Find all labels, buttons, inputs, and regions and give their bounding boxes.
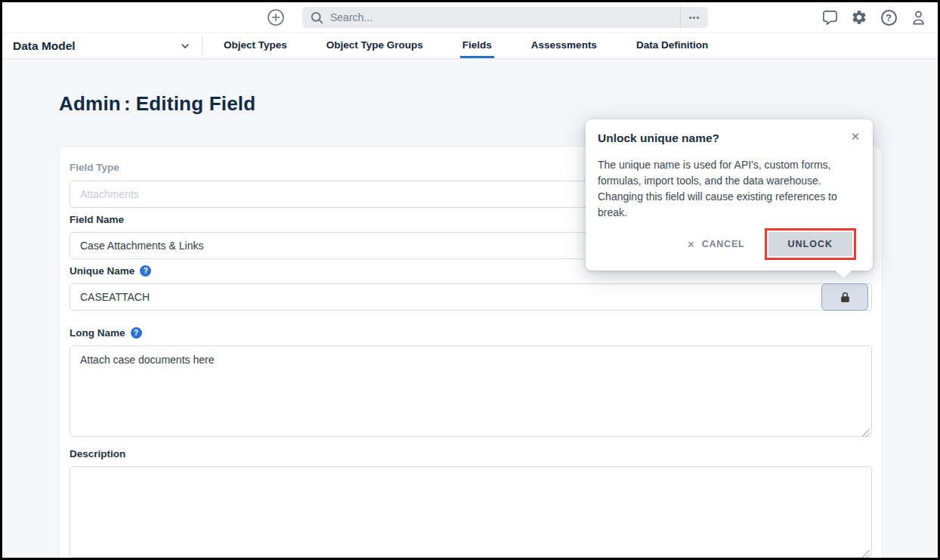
long-name-textarea[interactable]: Attach case documents here (70, 345, 872, 437)
popover-body-text: The unique name is used for API's, custo… (598, 157, 861, 221)
search-bar[interactable]: ••• (302, 7, 708, 28)
tab-assessments[interactable]: Assessments (529, 33, 599, 58)
annotation-highlight-box: UNLOCK (765, 228, 856, 260)
help-button[interactable]: ? (880, 9, 897, 26)
tab-fields[interactable]: Fields (460, 33, 494, 58)
top-bar: ••• ? (2, 2, 938, 33)
popover-title: Unlock unique name? (598, 131, 861, 145)
unique-name-input[interactable] (70, 283, 872, 311)
unlock-popover: Unlock unique name? ✕ The unique name is… (586, 119, 873, 271)
user-icon (910, 9, 927, 26)
cancel-button[interactable]: ✕ CANCEL (687, 239, 745, 250)
page-title-suffix: Editing Field (136, 92, 256, 115)
module-selector-dropdown[interactable]: Data Model (2, 33, 202, 58)
chat-button[interactable] (821, 9, 838, 26)
unlock-button[interactable]: UNLOCK (768, 232, 852, 256)
search-input[interactable] (324, 11, 680, 23)
user-profile-button[interactable] (910, 9, 926, 26)
tab-object-types[interactable]: Object Types (221, 33, 289, 58)
question-circle-icon: ? (881, 10, 897, 26)
description-textarea-wrap (70, 466, 872, 560)
popover-footer: ✕ CANCEL UNLOCK (687, 228, 856, 260)
close-icon[interactable]: ✕ (847, 128, 864, 145)
long-name-textarea-wrap: Attach case documents here (70, 345, 872, 440)
topbar-icon-group: ? (821, 9, 926, 26)
unique-name-help-icon[interactable]: ? (140, 265, 151, 277)
description-label: Description (70, 448, 872, 459)
description-group: Description (70, 448, 872, 560)
add-button[interactable] (267, 8, 285, 26)
long-name-help-icon[interactable]: ? (131, 327, 142, 339)
unique-name-label-text: Unique Name (70, 265, 135, 277)
app-window: ••• ? (0, 0, 940, 560)
tab-object-type-groups[interactable]: Object Type Groups (324, 33, 425, 58)
unique-name-group: Unique Name ? (70, 265, 872, 311)
tab-bar: Object Types Object Type Groups Fields A… (221, 33, 710, 58)
unique-name-row (70, 283, 872, 311)
unlock-field-button[interactable] (821, 283, 868, 311)
search-options-button[interactable]: ••• (681, 7, 708, 28)
cancel-button-label: CANCEL (702, 239, 745, 249)
page-title: Admin:Editing Field (59, 92, 938, 116)
settings-button[interactable] (851, 9, 867, 26)
tab-data-definition[interactable]: Data Definition (634, 33, 710, 58)
search-icon (310, 11, 324, 25)
gear-icon (851, 9, 867, 26)
chat-bubble-icon (821, 9, 839, 26)
page-title-prefix: Admin (59, 92, 121, 115)
page-title-separator: : (124, 92, 131, 115)
module-nav: Data Model Object Types Object Type Grou… (2, 33, 938, 59)
long-name-label-text: Long Name (70, 327, 125, 339)
description-textarea[interactable] (70, 466, 872, 558)
lock-icon (839, 291, 852, 304)
long-name-label: Long Name ? (70, 327, 872, 339)
module-label: Data Model (13, 39, 76, 53)
plus-circle-icon (267, 8, 285, 26)
chevron-down-icon (179, 40, 191, 52)
cancel-x-icon: ✕ (687, 239, 696, 250)
long-name-group: Long Name ? Attach case documents here (70, 327, 872, 440)
nav-divider (202, 36, 203, 55)
